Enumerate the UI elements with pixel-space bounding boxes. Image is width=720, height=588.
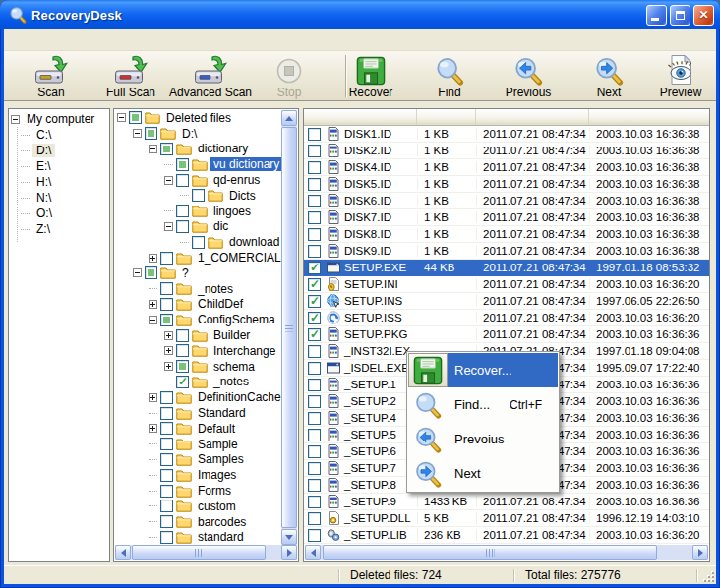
expand-icon[interactable] <box>164 346 173 355</box>
file-row-disk5-id[interactable]: DISK5.ID 1 KB 2011.07.21 08:47:34 2003.1… <box>304 176 709 193</box>
tree-checkbox[interactable] <box>160 282 173 295</box>
expand-icon[interactable] <box>164 331 173 340</box>
file-checkbox[interactable] <box>308 512 321 525</box>
drive-item-e[interactable]: E:\ <box>9 158 109 174</box>
tree-checkbox[interactable] <box>145 127 157 140</box>
tree-node-builder[interactable]: Builder <box>115 327 281 343</box>
tree-checkbox[interactable] <box>176 360 189 373</box>
file-checkbox[interactable] <box>308 178 321 191</box>
file-row-setup-iss[interactable]: SETUP.ISS 2011.07.21 08:47:34 2003.10.03… <box>304 310 709 326</box>
tree-node-interchange[interactable]: Interchange <box>115 343 281 359</box>
tree-checkbox[interactable] <box>176 329 189 342</box>
tree-node-sample[interactable]: Sample <box>115 437 281 452</box>
toolbar-button-scan[interactable]: Scan <box>12 54 90 99</box>
collapse-icon[interactable] <box>164 176 173 185</box>
collapse-icon[interactable] <box>133 268 142 277</box>
tree-node-configschema[interactable]: ConfigSchema <box>115 312 281 327</box>
tree-node-dic[interactable]: dic <box>115 219 281 235</box>
file-checkbox[interactable] <box>308 328 321 341</box>
toolbar-button-recover[interactable]: Recover <box>331 54 410 99</box>
collapse-icon[interactable] <box>149 316 157 324</box>
tree-node-deleted-files[interactable]: Deleted files <box>115 110 281 126</box>
tree-checkbox[interactable] <box>160 515 173 528</box>
scroll-down-button[interactable] <box>281 529 297 545</box>
tree-checkbox[interactable] <box>160 438 173 450</box>
context-menu-item-recover[interactable]: Recover... <box>408 353 558 387</box>
drive-item-d[interactable]: D:\ <box>9 143 109 158</box>
scroll-left-button[interactable] <box>115 545 131 560</box>
tree-node-standard[interactable]: standard <box>115 530 281 545</box>
drive-item-c[interactable]: C:\ <box>9 127 109 143</box>
tree-checkbox[interactable] <box>160 531 173 544</box>
file-row-setup-ins[interactable]: SETUP.INS 2011.07.21 08:47:34 1997.06.05… <box>304 293 709 310</box>
tree-node-default[interactable]: Default <box>115 421 281 437</box>
file-row-disk1-id[interactable]: DISK1.ID 1 KB 2011.07.21 08:47:34 2003.1… <box>304 126 709 143</box>
collapse-icon[interactable] <box>149 145 157 153</box>
close-button[interactable]: ✕ <box>693 5 714 26</box>
expand-icon[interactable] <box>164 362 173 371</box>
tree-vscrollbar[interactable] <box>281 110 297 545</box>
scrollbar-thumb[interactable] <box>132 545 266 560</box>
tree-checkbox[interactable] <box>160 314 173 326</box>
collapse-icon[interactable] <box>117 113 126 122</box>
file-checkbox[interactable] <box>308 312 321 324</box>
file-checkbox[interactable] <box>308 529 321 542</box>
drive-item-h[interactable]: H:\ <box>9 174 109 190</box>
file-checkbox[interactable] <box>308 295 321 308</box>
menu-item-help[interactable] <box>41 37 59 43</box>
toolbar-button-advanced-scan[interactable]: Advanced Scan <box>165 54 256 99</box>
file-checkbox[interactable] <box>308 429 321 441</box>
tree-node-1-comercial[interactable]: 1_COMERCIAL <box>115 250 281 265</box>
file-checkbox[interactable] <box>308 211 321 224</box>
tree-checkbox[interactable] <box>160 252 173 265</box>
my-computer-node[interactable]: My computer <box>9 111 109 127</box>
file-row-setup-9[interactable]: _SETUP.9 1433 KB 2011.07.21 08:47:34 200… <box>304 494 709 510</box>
file-checkbox[interactable] <box>308 228 321 241</box>
tree-checkbox[interactable] <box>160 422 173 435</box>
toolbar-button-previous[interactable]: Previous <box>489 54 568 99</box>
tree-checkbox[interactable] <box>160 143 173 155</box>
tree-node-qd-enrus[interactable]: qd-enrus <box>115 172 281 188</box>
menu-item-view[interactable] <box>24 37 41 43</box>
tree-node-standard[interactable]: Standard <box>115 405 281 421</box>
file-row-disk6-id[interactable]: DISK6.ID 1 KB 2011.07.21 08:47:34 2003.1… <box>304 193 709 209</box>
context-menu-item-find[interactable]: Find... Ctrl+F <box>408 387 558 422</box>
scroll-right-button[interactable] <box>692 545 708 560</box>
tree-checkbox[interactable] <box>160 298 173 311</box>
scroll-right-button[interactable] <box>281 545 297 560</box>
tree-node-schema[interactable]: schema <box>115 359 281 375</box>
toolbar-button-preview[interactable]: Preview <box>646 54 715 99</box>
expand-icon[interactable] <box>149 393 157 402</box>
file-checkbox[interactable] <box>308 362 321 375</box>
file-row-setup-dll[interactable]: _SETUP.DLL 5 KB 2011.07.21 08:47:34 1996… <box>304 510 709 527</box>
collapse-icon[interactable] <box>133 129 142 138</box>
tree-checkbox[interactable] <box>145 266 157 279</box>
maximize-button[interactable] <box>670 5 690 26</box>
file-row-setup-pkg[interactable]: SETUP.PKG 2011.07.21 08:47:34 2003.10.03… <box>304 326 709 343</box>
tree-checkbox[interactable] <box>192 236 205 249</box>
tree-checkbox[interactable] <box>160 407 173 420</box>
tree-node-download[interactable]: download <box>115 234 281 250</box>
tree-checkbox[interactable] <box>160 391 173 404</box>
minimize-button[interactable] <box>646 5 667 26</box>
tree-node-vu-dictionary[interactable]: vu dictionary <box>115 156 281 172</box>
file-row-disk4-id[interactable]: DISK4.ID 1 KB 2011.07.21 08:47:34 2003.1… <box>304 159 709 176</box>
scroll-left-button[interactable] <box>305 545 321 560</box>
file-row-setup-ini[interactable]: SETUP.INI 2011.07.21 08:47:34 2003.10.03… <box>304 276 709 293</box>
tree-checkbox[interactable] <box>176 220 189 233</box>
file-checkbox[interactable] <box>308 262 321 274</box>
title-bar[interactable]: RecoveryDesk ✕ <box>0 0 720 29</box>
drive-item-z[interactable]: Z:\ <box>9 221 109 237</box>
scrollbar-thumb[interactable] <box>323 545 657 560</box>
tree-node-notes[interactable]: _notes <box>115 281 281 297</box>
tree-node-definitioncache[interactable]: DefinitionCache <box>115 389 281 405</box>
drive-item-o[interactable]: O:\ <box>9 206 109 221</box>
column-header-created[interactable] <box>476 109 589 125</box>
tree-checkbox[interactable] <box>160 469 173 482</box>
file-checkbox[interactable] <box>308 496 321 508</box>
tree-node-barcodes[interactable]: barcodes <box>115 514 281 530</box>
tree-checkbox[interactable] <box>176 174 189 187</box>
file-checkbox[interactable] <box>308 161 321 174</box>
file-checkbox[interactable] <box>308 245 321 258</box>
file-row-setup-exe[interactable]: SETUP.EXE 44 KB 2011.07.21 08:47:34 1997… <box>304 260 709 276</box>
